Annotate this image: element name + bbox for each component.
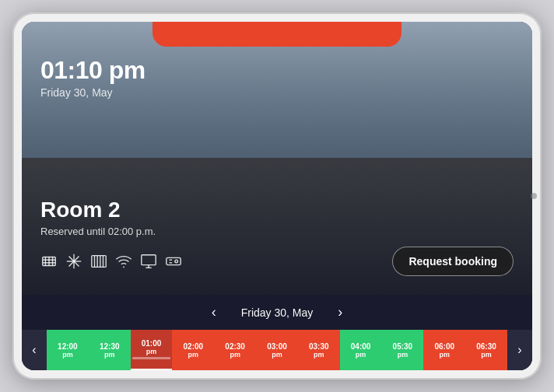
svg-rect-16: [142, 255, 156, 265]
timeline-slot-7[interactable]: 04:00pm: [340, 330, 382, 370]
svg-point-15: [123, 266, 124, 268]
timeline-slot-0[interactable]: 12:00pm: [47, 330, 89, 370]
request-booking-button[interactable]: Request booking: [392, 247, 514, 276]
svg-point-20: [175, 260, 178, 263]
timeline-slot-6[interactable]: 03:30pm: [298, 330, 340, 370]
nav-date-label: Friday 30, May: [241, 306, 314, 319]
snowflake-icon: [65, 253, 82, 270]
room-content: 01:10 pm Friday 30, May Room 2 Reserved …: [22, 22, 532, 295]
radiator-icon: [90, 253, 107, 270]
nav-next-button[interactable]: ›: [331, 301, 349, 324]
heating-icon: [40, 253, 58, 270]
timeline-slot-8[interactable]: 05:30pm: [382, 330, 424, 370]
room-info: Room 2 Reserved until 02:00 p.m.: [40, 198, 514, 276]
timeline-slot-3[interactable]: 02:00pm: [172, 330, 214, 370]
timeline-slot-2[interactable]: 01:00pm: [131, 330, 173, 370]
projector-icon: [165, 253, 182, 270]
svg-rect-19: [167, 257, 181, 264]
room-footer: Request booking: [40, 247, 514, 276]
timeline-next-button[interactable]: ›: [507, 330, 532, 370]
time-large: 01:10 pm: [40, 56, 514, 85]
timeline: ‹ 12:00pm12:30pm01:00pm02:00pm02:30pm03:…: [22, 330, 532, 370]
timeline-slots: 12:00pm12:30pm01:00pm02:00pm02:30pm03:00…: [47, 330, 507, 370]
timeline-slot-10[interactable]: 06:30pm: [465, 330, 507, 370]
reserved-status: Reserved until 02:00 p.m.: [40, 226, 514, 237]
screen-icon: [140, 253, 157, 270]
top-bar: [153, 22, 401, 47]
timeline-prev-button[interactable]: ‹: [22, 330, 47, 370]
svg-rect-10: [92, 256, 106, 268]
nav-prev-button[interactable]: ‹: [205, 301, 223, 324]
amenities-row: [40, 253, 182, 270]
timeline-slot-1[interactable]: 12:30pm: [89, 330, 131, 370]
time-display: 01:10 pm Friday 30, May: [40, 56, 514, 99]
wifi-icon: [115, 253, 132, 270]
device-frame: 01:10 pm Friday 30, May Room 2 Reserved …: [12, 12, 542, 380]
screen: 01:10 pm Friday 30, May Room 2 Reserved …: [22, 22, 532, 370]
room-section: 01:10 pm Friday 30, May Room 2 Reserved …: [22, 22, 532, 295]
room-name: Room 2: [40, 198, 514, 222]
timeline-slot-4[interactable]: 02:30pm: [214, 330, 256, 370]
timeline-slot-9[interactable]: 06:00pm: [423, 330, 465, 370]
date-nav-row: ‹ Friday 30, May ›: [22, 295, 532, 330]
timeline-slot-5[interactable]: 03:00pm: [256, 330, 298, 370]
date-text: Friday 30, May: [40, 86, 514, 99]
